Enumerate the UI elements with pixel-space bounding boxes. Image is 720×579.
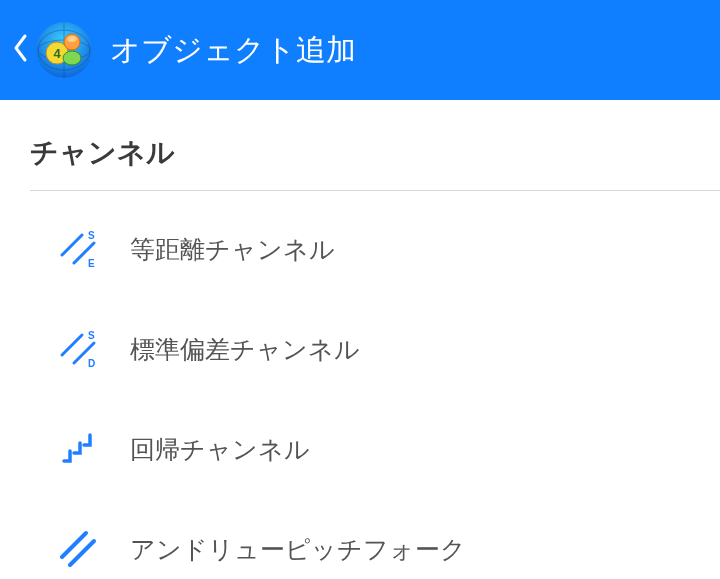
page-title: オブジェクト追加 (110, 30, 356, 71)
svg-text:S: S (88, 330, 95, 341)
content: チャンネル S E 等距離チャンネル (0, 100, 720, 579)
svg-text:4: 4 (53, 46, 61, 61)
svg-text:D: D (88, 358, 95, 369)
back-button[interactable] (12, 33, 32, 68)
list-item-equidistant-channel[interactable]: S E 等距離チャンネル (0, 199, 720, 299)
item-label: 標準偏差チャンネル (130, 333, 360, 366)
svg-text:E: E (88, 258, 95, 269)
list-item-regression-channel[interactable]: 回帰チャンネル (0, 399, 720, 499)
svg-point-8 (67, 36, 77, 42)
stddev-channel-icon: S D (56, 327, 100, 371)
item-label: アンドリューピッチフォーク (130, 533, 466, 566)
item-label: 回帰チャンネル (130, 433, 310, 466)
svg-text:S: S (88, 230, 95, 241)
svg-line-13 (62, 335, 82, 355)
equidistant-channel-icon: S E (56, 227, 100, 271)
svg-point-6 (63, 51, 81, 65)
list-item-stddev-channel[interactable]: S D 標準偏差チャンネル (0, 299, 720, 399)
chevron-left-icon (12, 33, 28, 63)
regression-channel-icon (56, 427, 100, 471)
list-item-andrews-pitchfork[interactable]: アンドリューピッチフォーク (0, 499, 720, 579)
app-header: 4 オブジェクト追加 (0, 0, 720, 100)
app-icon: 4 (36, 22, 92, 78)
andrews-pitchfork-icon (56, 527, 100, 571)
section-header: チャンネル (0, 120, 720, 190)
item-label: 等距離チャンネル (130, 233, 335, 266)
svg-line-9 (62, 235, 82, 255)
channel-list: S E 等距離チャンネル S D 標準偏差チャンネル (0, 191, 720, 579)
